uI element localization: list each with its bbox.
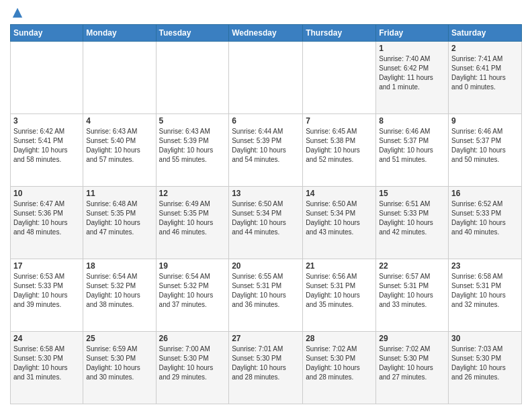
day-info: Sunrise: 6:51 AM Sunset: 5:33 PM Dayligh… [379, 199, 445, 237]
day-info: Sunrise: 6:59 AM Sunset: 5:30 PM Dayligh… [86, 345, 152, 382]
day-number: 17 [13, 261, 80, 271]
day-info: Sunrise: 6:46 AM Sunset: 5:37 PM Dayligh… [451, 127, 519, 165]
calendar-week-row: 24Sunrise: 6:58 AM Sunset: 5:30 PM Dayli… [11, 332, 522, 404]
day-info: Sunrise: 7:02 AM Sunset: 5:30 PM Dayligh… [306, 345, 373, 382]
calendar-cell: 3Sunrise: 6:42 AM Sunset: 5:41 PM Daylig… [11, 114, 83, 187]
calendar-cell [229, 42, 303, 114]
calendar-cell: 12Sunrise: 6:49 AM Sunset: 5:35 PM Dayli… [156, 187, 229, 259]
day-number: 22 [379, 261, 445, 271]
day-info: Sunrise: 6:58 AM Sunset: 5:31 PM Dayligh… [451, 272, 519, 310]
calendar-cell: 5Sunrise: 6:43 AM Sunset: 5:39 PM Daylig… [156, 114, 229, 187]
day-number: 28 [306, 334, 373, 343]
day-info: Sunrise: 7:40 AM Sunset: 6:42 PM Dayligh… [379, 54, 445, 92]
calendar-cell: 18Sunrise: 6:54 AM Sunset: 5:32 PM Dayli… [83, 259, 156, 332]
calendar-cell: 2Sunrise: 7:41 AM Sunset: 6:41 PM Daylig… [449, 42, 522, 114]
calendar-cell: 1Sunrise: 7:40 AM Sunset: 6:42 PM Daylig… [376, 42, 449, 114]
day-info: Sunrise: 7:03 AM Sunset: 5:30 PM Dayligh… [451, 345, 519, 382]
day-info: Sunrise: 6:43 AM Sunset: 5:40 PM Dayligh… [86, 127, 152, 165]
day-number: 9 [451, 116, 519, 126]
calendar-cell [83, 42, 156, 114]
calendar-cell: 11Sunrise: 6:48 AM Sunset: 5:35 PM Dayli… [83, 187, 156, 259]
day-number: 6 [232, 116, 300, 126]
logo [10, 7, 24, 19]
day-number: 20 [232, 261, 300, 271]
day-number: 1 [379, 44, 445, 53]
day-number: 21 [306, 261, 373, 271]
day-number: 8 [379, 116, 445, 126]
day-number: 25 [86, 334, 152, 343]
day-number: 26 [159, 334, 226, 343]
calendar-table: SundayMondayTuesdayWednesdayThursdayFrid… [10, 24, 522, 404]
day-number: 3 [13, 116, 80, 126]
calendar-cell: 16Sunrise: 6:52 AM Sunset: 5:33 PM Dayli… [449, 187, 522, 259]
weekday-header-thursday: Thursday [303, 25, 376, 42]
day-info: Sunrise: 6:54 AM Sunset: 5:32 PM Dayligh… [159, 272, 226, 310]
calendar-cell: 26Sunrise: 7:00 AM Sunset: 5:30 PM Dayli… [156, 332, 229, 404]
day-number: 11 [86, 189, 152, 198]
calendar-cell: 30Sunrise: 7:03 AM Sunset: 5:30 PM Dayli… [449, 332, 522, 404]
day-info: Sunrise: 6:43 AM Sunset: 5:39 PM Dayligh… [159, 127, 226, 165]
day-number: 12 [159, 189, 226, 198]
weekday-header-wednesday: Wednesday [229, 25, 303, 42]
calendar-cell: 29Sunrise: 7:02 AM Sunset: 5:30 PM Dayli… [376, 332, 449, 404]
day-info: Sunrise: 6:47 AM Sunset: 5:36 PM Dayligh… [13, 199, 80, 237]
day-number: 19 [159, 261, 226, 271]
calendar-cell: 27Sunrise: 7:01 AM Sunset: 5:30 PM Dayli… [229, 332, 303, 404]
calendar-cell: 23Sunrise: 6:58 AM Sunset: 5:31 PM Dayli… [449, 259, 522, 332]
day-number: 23 [451, 261, 519, 271]
calendar-week-row: 3Sunrise: 6:42 AM Sunset: 5:41 PM Daylig… [11, 114, 522, 187]
calendar-header-row: SundayMondayTuesdayWednesdayThursdayFrid… [11, 25, 522, 42]
day-info: Sunrise: 6:56 AM Sunset: 5:31 PM Dayligh… [306, 272, 373, 310]
calendar-cell: 20Sunrise: 6:55 AM Sunset: 5:31 PM Dayli… [229, 259, 303, 332]
calendar-cell [303, 42, 376, 114]
day-number: 29 [379, 334, 445, 343]
calendar-week-row: 17Sunrise: 6:53 AM Sunset: 5:33 PM Dayli… [11, 259, 522, 332]
day-info: Sunrise: 6:53 AM Sunset: 5:33 PM Dayligh… [13, 272, 80, 310]
day-number: 15 [379, 189, 445, 198]
weekday-header-sunday: Sunday [11, 25, 83, 42]
weekday-header-friday: Friday [376, 25, 449, 42]
day-info: Sunrise: 6:57 AM Sunset: 5:31 PM Dayligh… [379, 272, 445, 310]
day-info: Sunrise: 6:46 AM Sunset: 5:37 PM Dayligh… [379, 127, 445, 165]
calendar-cell: 8Sunrise: 6:46 AM Sunset: 5:37 PM Daylig… [376, 114, 449, 187]
calendar-cell: 6Sunrise: 6:44 AM Sunset: 5:39 PM Daylig… [229, 114, 303, 187]
day-number: 16 [451, 189, 519, 198]
day-info: Sunrise: 6:42 AM Sunset: 5:41 PM Dayligh… [13, 127, 80, 165]
logo-icon [11, 7, 24, 19]
day-info: Sunrise: 6:49 AM Sunset: 5:35 PM Dayligh… [159, 199, 226, 237]
day-number: 14 [306, 189, 373, 198]
calendar-cell: 17Sunrise: 6:53 AM Sunset: 5:33 PM Dayli… [11, 259, 83, 332]
calendar-cell: 7Sunrise: 6:45 AM Sunset: 5:38 PM Daylig… [303, 114, 376, 187]
calendar-cell: 14Sunrise: 6:50 AM Sunset: 5:34 PM Dayli… [303, 187, 376, 259]
day-info: Sunrise: 6:50 AM Sunset: 5:34 PM Dayligh… [232, 199, 300, 237]
calendar-cell: 21Sunrise: 6:56 AM Sunset: 5:31 PM Dayli… [303, 259, 376, 332]
calendar-cell: 24Sunrise: 6:58 AM Sunset: 5:30 PM Dayli… [11, 332, 83, 404]
page: SundayMondayTuesdayWednesdayThursdayFrid… [0, 0, 532, 411]
day-info: Sunrise: 7:02 AM Sunset: 5:30 PM Dayligh… [379, 345, 445, 382]
calendar-cell: 19Sunrise: 6:54 AM Sunset: 5:32 PM Dayli… [156, 259, 229, 332]
day-info: Sunrise: 7:41 AM Sunset: 6:41 PM Dayligh… [451, 54, 519, 92]
day-number: 10 [13, 189, 80, 198]
calendar-week-row: 10Sunrise: 6:47 AM Sunset: 5:36 PM Dayli… [11, 187, 522, 259]
header [10, 7, 522, 19]
day-info: Sunrise: 6:55 AM Sunset: 5:31 PM Dayligh… [232, 272, 300, 310]
svg-marker-0 [13, 8, 22, 17]
calendar-cell: 28Sunrise: 7:02 AM Sunset: 5:30 PM Dayli… [303, 332, 376, 404]
calendar-cell: 4Sunrise: 6:43 AM Sunset: 5:40 PM Daylig… [83, 114, 156, 187]
day-number: 27 [232, 334, 300, 343]
day-info: Sunrise: 6:52 AM Sunset: 5:33 PM Dayligh… [451, 199, 519, 237]
day-info: Sunrise: 6:50 AM Sunset: 5:34 PM Dayligh… [306, 199, 373, 237]
day-info: Sunrise: 7:00 AM Sunset: 5:30 PM Dayligh… [159, 345, 226, 382]
day-number: 18 [86, 261, 152, 271]
day-number: 2 [451, 44, 519, 53]
day-number: 5 [159, 116, 226, 126]
calendar-cell: 25Sunrise: 6:59 AM Sunset: 5:30 PM Dayli… [83, 332, 156, 404]
calendar-week-row: 1Sunrise: 7:40 AM Sunset: 6:42 PM Daylig… [11, 42, 522, 114]
day-number: 24 [13, 334, 80, 343]
day-info: Sunrise: 6:54 AM Sunset: 5:32 PM Dayligh… [86, 272, 152, 310]
day-info: Sunrise: 6:44 AM Sunset: 5:39 PM Dayligh… [232, 127, 300, 165]
day-info: Sunrise: 6:48 AM Sunset: 5:35 PM Dayligh… [86, 199, 152, 237]
calendar-cell: 13Sunrise: 6:50 AM Sunset: 5:34 PM Dayli… [229, 187, 303, 259]
day-info: Sunrise: 7:01 AM Sunset: 5:30 PM Dayligh… [232, 345, 300, 382]
day-number: 30 [451, 334, 519, 343]
